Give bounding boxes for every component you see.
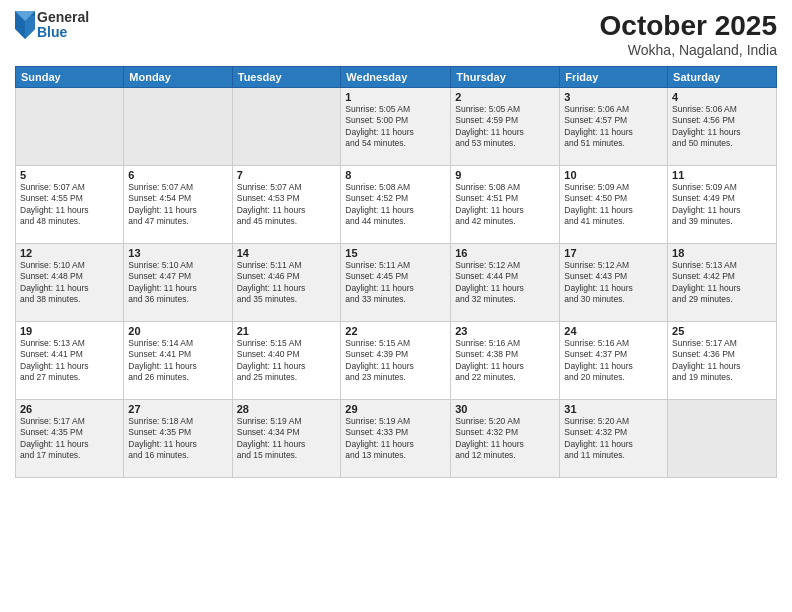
col-saturday: Saturday [668, 67, 777, 88]
col-tuesday: Tuesday [232, 67, 341, 88]
table-row: 31Sunrise: 5:20 AMSunset: 4:32 PMDayligh… [560, 400, 668, 478]
table-row: 17Sunrise: 5:12 AMSunset: 4:43 PMDayligh… [560, 244, 668, 322]
table-row: 5Sunrise: 5:07 AMSunset: 4:55 PMDaylight… [16, 166, 124, 244]
header-row: Sunday Monday Tuesday Wednesday Thursday… [16, 67, 777, 88]
day-number: 16 [455, 247, 555, 259]
day-info: Sunrise: 5:19 AMSunset: 4:34 PMDaylight:… [237, 416, 337, 462]
day-info: Sunrise: 5:20 AMSunset: 4:32 PMDaylight:… [564, 416, 663, 462]
day-number: 19 [20, 325, 119, 337]
day-info: Sunrise: 5:15 AMSunset: 4:39 PMDaylight:… [345, 338, 446, 384]
col-monday: Monday [124, 67, 232, 88]
calendar-header: Sunday Monday Tuesday Wednesday Thursday… [16, 67, 777, 88]
table-row: 24Sunrise: 5:16 AMSunset: 4:37 PMDayligh… [560, 322, 668, 400]
day-info: Sunrise: 5:07 AMSunset: 4:53 PMDaylight:… [237, 182, 337, 228]
day-number: 3 [564, 91, 663, 103]
table-row: 27Sunrise: 5:18 AMSunset: 4:35 PMDayligh… [124, 400, 232, 478]
table-row: 29Sunrise: 5:19 AMSunset: 4:33 PMDayligh… [341, 400, 451, 478]
day-info: Sunrise: 5:05 AMSunset: 4:59 PMDaylight:… [455, 104, 555, 150]
week-row-4: 19Sunrise: 5:13 AMSunset: 4:41 PMDayligh… [16, 322, 777, 400]
table-row: 30Sunrise: 5:20 AMSunset: 4:32 PMDayligh… [451, 400, 560, 478]
day-number: 26 [20, 403, 119, 415]
day-number: 9 [455, 169, 555, 181]
logo-icon [15, 11, 35, 39]
col-friday: Friday [560, 67, 668, 88]
table-row: 26Sunrise: 5:17 AMSunset: 4:35 PMDayligh… [16, 400, 124, 478]
table-row: 4Sunrise: 5:06 AMSunset: 4:56 PMDaylight… [668, 88, 777, 166]
table-row: 25Sunrise: 5:17 AMSunset: 4:36 PMDayligh… [668, 322, 777, 400]
day-number: 4 [672, 91, 772, 103]
table-row: 18Sunrise: 5:13 AMSunset: 4:42 PMDayligh… [668, 244, 777, 322]
day-info: Sunrise: 5:12 AMSunset: 4:43 PMDaylight:… [564, 260, 663, 306]
day-info: Sunrise: 5:17 AMSunset: 4:36 PMDaylight:… [672, 338, 772, 384]
day-number: 6 [128, 169, 227, 181]
day-number: 30 [455, 403, 555, 415]
day-number: 27 [128, 403, 227, 415]
day-info: Sunrise: 5:14 AMSunset: 4:41 PMDaylight:… [128, 338, 227, 384]
day-number: 21 [237, 325, 337, 337]
table-row: 1Sunrise: 5:05 AMSunset: 5:00 PMDaylight… [341, 88, 451, 166]
day-info: Sunrise: 5:16 AMSunset: 4:38 PMDaylight:… [455, 338, 555, 384]
table-row: 11Sunrise: 5:09 AMSunset: 4:49 PMDayligh… [668, 166, 777, 244]
day-number: 31 [564, 403, 663, 415]
day-info: Sunrise: 5:10 AMSunset: 4:48 PMDaylight:… [20, 260, 119, 306]
day-info: Sunrise: 5:13 AMSunset: 4:41 PMDaylight:… [20, 338, 119, 384]
table-row: 9Sunrise: 5:08 AMSunset: 4:51 PMDaylight… [451, 166, 560, 244]
day-number: 15 [345, 247, 446, 259]
day-number: 18 [672, 247, 772, 259]
day-info: Sunrise: 5:20 AMSunset: 4:32 PMDaylight:… [455, 416, 555, 462]
table-row [232, 88, 341, 166]
day-info: Sunrise: 5:19 AMSunset: 4:33 PMDaylight:… [345, 416, 446, 462]
day-info: Sunrise: 5:08 AMSunset: 4:51 PMDaylight:… [455, 182, 555, 228]
table-row: 8Sunrise: 5:08 AMSunset: 4:52 PMDaylight… [341, 166, 451, 244]
week-row-5: 26Sunrise: 5:17 AMSunset: 4:35 PMDayligh… [16, 400, 777, 478]
day-number: 11 [672, 169, 772, 181]
day-number: 20 [128, 325, 227, 337]
day-number: 25 [672, 325, 772, 337]
header: General Blue October 2025 Wokha, Nagalan… [15, 10, 777, 58]
day-info: Sunrise: 5:09 AMSunset: 4:49 PMDaylight:… [672, 182, 772, 228]
table-row: 14Sunrise: 5:11 AMSunset: 4:46 PMDayligh… [232, 244, 341, 322]
day-number: 1 [345, 91, 446, 103]
month-title: October 2025 [600, 10, 777, 42]
title-area: October 2025 Wokha, Nagaland, India [600, 10, 777, 58]
logo-general-text: General [37, 10, 89, 25]
day-number: 7 [237, 169, 337, 181]
day-number: 28 [237, 403, 337, 415]
col-thursday: Thursday [451, 67, 560, 88]
table-row: 21Sunrise: 5:15 AMSunset: 4:40 PMDayligh… [232, 322, 341, 400]
table-row [668, 400, 777, 478]
day-info: Sunrise: 5:11 AMSunset: 4:46 PMDaylight:… [237, 260, 337, 306]
location: Wokha, Nagaland, India [600, 42, 777, 58]
table-row: 13Sunrise: 5:10 AMSunset: 4:47 PMDayligh… [124, 244, 232, 322]
day-info: Sunrise: 5:08 AMSunset: 4:52 PMDaylight:… [345, 182, 446, 228]
table-row: 22Sunrise: 5:15 AMSunset: 4:39 PMDayligh… [341, 322, 451, 400]
day-number: 29 [345, 403, 446, 415]
day-number: 2 [455, 91, 555, 103]
logo: General Blue [15, 10, 89, 41]
week-row-3: 12Sunrise: 5:10 AMSunset: 4:48 PMDayligh… [16, 244, 777, 322]
day-info: Sunrise: 5:07 AMSunset: 4:55 PMDaylight:… [20, 182, 119, 228]
day-number: 12 [20, 247, 119, 259]
day-info: Sunrise: 5:17 AMSunset: 4:35 PMDaylight:… [20, 416, 119, 462]
table-row: 23Sunrise: 5:16 AMSunset: 4:38 PMDayligh… [451, 322, 560, 400]
week-row-2: 5Sunrise: 5:07 AMSunset: 4:55 PMDaylight… [16, 166, 777, 244]
table-row [16, 88, 124, 166]
day-info: Sunrise: 5:07 AMSunset: 4:54 PMDaylight:… [128, 182, 227, 228]
logo-blue-text: Blue [37, 25, 89, 40]
day-info: Sunrise: 5:16 AMSunset: 4:37 PMDaylight:… [564, 338, 663, 384]
day-number: 22 [345, 325, 446, 337]
day-info: Sunrise: 5:06 AMSunset: 4:57 PMDaylight:… [564, 104, 663, 150]
page: General Blue October 2025 Wokha, Nagalan… [0, 0, 792, 612]
table-row: 10Sunrise: 5:09 AMSunset: 4:50 PMDayligh… [560, 166, 668, 244]
day-number: 13 [128, 247, 227, 259]
day-info: Sunrise: 5:10 AMSunset: 4:47 PMDaylight:… [128, 260, 227, 306]
day-info: Sunrise: 5:18 AMSunset: 4:35 PMDaylight:… [128, 416, 227, 462]
table-row: 20Sunrise: 5:14 AMSunset: 4:41 PMDayligh… [124, 322, 232, 400]
table-row: 15Sunrise: 5:11 AMSunset: 4:45 PMDayligh… [341, 244, 451, 322]
table-row: 2Sunrise: 5:05 AMSunset: 4:59 PMDaylight… [451, 88, 560, 166]
col-wednesday: Wednesday [341, 67, 451, 88]
day-number: 23 [455, 325, 555, 337]
logo-text: General Blue [37, 10, 89, 41]
calendar: Sunday Monday Tuesday Wednesday Thursday… [15, 66, 777, 478]
day-number: 5 [20, 169, 119, 181]
